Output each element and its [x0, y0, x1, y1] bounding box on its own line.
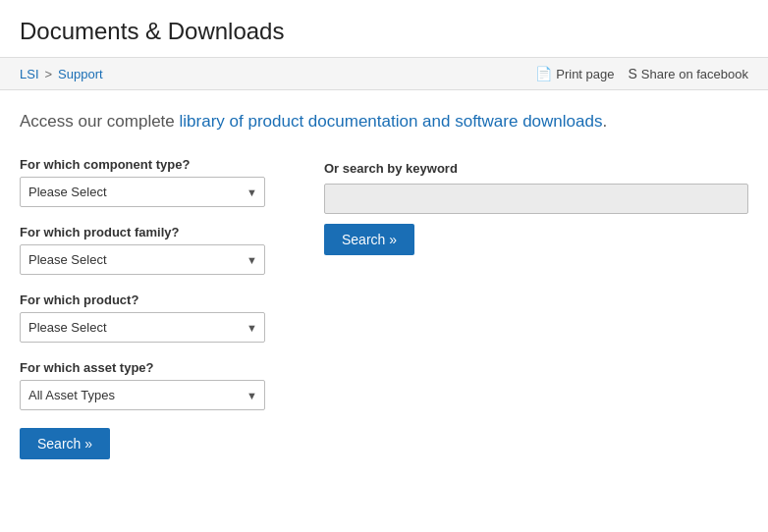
product-family-group: For which product family? Please Select … [20, 225, 295, 275]
component-type-group: For which component type? Please Select … [20, 157, 295, 207]
product-family-select[interactable]: Please Select [20, 244, 265, 275]
keyword-label: Or search by keyword [324, 161, 748, 176]
breadcrumb-actions: 📄 Print page S Share on facebook [535, 66, 748, 81]
component-type-label: For which component type? [20, 157, 295, 172]
page-title: Documents & Downloads [20, 18, 748, 45]
breadcrumb-current: Support [58, 67, 103, 81]
share-label: Share on facebook [641, 67, 748, 81]
filter-form: For which component type? Please Select … [20, 157, 295, 459]
keyword-input[interactable] [324, 184, 748, 214]
page-header: Documents & Downloads [0, 0, 768, 58]
tagline-after: . [602, 112, 607, 131]
product-wrapper: Please Select ▼ [20, 312, 265, 343]
tagline-before: Access our complete [20, 112, 180, 131]
tagline-highlight: library of product documentation and sof… [180, 112, 603, 131]
product-group: For which product? Please Select ▼ [20, 293, 295, 343]
share-action[interactable]: S Share on facebook [629, 66, 748, 81]
main-content: Access our complete library of product d… [0, 90, 768, 479]
product-family-wrapper: Please Select ▼ [20, 244, 265, 275]
keyword-search-form: Or search by keyword Search » [324, 157, 748, 255]
share-icon: S [629, 66, 637, 81]
print-icon: 📄 [535, 66, 552, 81]
breadcrumb-separator: > [45, 67, 53, 81]
product-family-label: For which product family? [20, 225, 295, 239]
print-action[interactable]: 📄 Print page [535, 66, 614, 81]
filter-search-button[interactable]: Search » [20, 428, 110, 459]
component-type-select[interactable]: Please Select [20, 177, 265, 207]
breadcrumb-home[interactable]: LSI [20, 67, 39, 81]
product-select[interactable]: Please Select [20, 312, 265, 343]
breadcrumb: LSI > Support [20, 67, 103, 81]
bottom-search-group: Search » [20, 428, 295, 459]
print-label: Print page [556, 67, 614, 81]
component-type-wrapper: Please Select ▼ [20, 177, 265, 207]
asset-type-wrapper: All Asset Types ▼ [20, 380, 265, 410]
asset-type-select[interactable]: All Asset Types [20, 380, 265, 410]
asset-type-group: For which asset type? All Asset Types ▼ [20, 360, 295, 410]
keyword-search-button[interactable]: Search » [324, 224, 414, 255]
asset-type-label: For which asset type? [20, 360, 295, 375]
breadcrumb-bar: LSI > Support 📄 Print page S Share on fa… [0, 58, 768, 90]
product-label: For which product? [20, 293, 295, 307]
tagline: Access our complete library of product d… [20, 112, 748, 132]
two-column-layout: For which component type? Please Select … [20, 157, 748, 459]
